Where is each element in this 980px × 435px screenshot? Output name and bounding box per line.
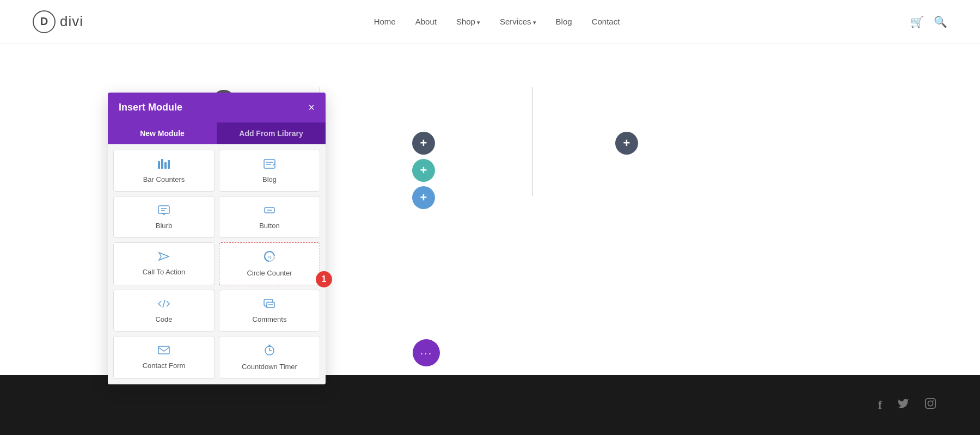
call-to-action-label: Call To Action	[143, 268, 186, 276]
call-to-action-icon	[158, 250, 170, 265]
v-line-center	[532, 87, 533, 196]
module-countdown-timer[interactable]: Countdown Timer	[219, 336, 320, 379]
bar-counters-icon	[158, 158, 170, 172]
module-code[interactable]: Code	[113, 290, 215, 332]
svg-point-28	[928, 401, 933, 406]
module-bar-counters[interactable]: Bar Counters	[113, 150, 215, 192]
nav-icons: 🛒 🔍	[910, 15, 947, 28]
button-label: Button	[259, 222, 280, 230]
main-area: 🕐 + + + + Insert Module × New Module Add…	[0, 44, 980, 435]
svg-rect-0	[158, 161, 160, 169]
svg-rect-27	[926, 399, 935, 408]
svg-rect-7	[158, 206, 169, 213]
modal-tabs: New Module Add From Library	[108, 122, 326, 144]
tab-add-from-library[interactable]: Add From Library	[217, 122, 326, 144]
svg-rect-2	[164, 162, 167, 169]
svg-marker-12	[159, 253, 169, 260]
badge-1: 1	[316, 271, 332, 287]
blog-icon	[264, 158, 275, 172]
bar-counters-label: Bar Counters	[143, 175, 185, 183]
svg-rect-4	[264, 160, 275, 168]
module-grid: Bar Counters Blog	[108, 144, 326, 384]
svg-point-29	[933, 400, 934, 401]
blurb-label: Blurb	[156, 222, 172, 230]
plus-dark-button-2[interactable]: +	[615, 132, 638, 155]
nav-about[interactable]: About	[415, 17, 437, 26]
nav-contact[interactable]: Contact	[592, 17, 620, 26]
nav-services[interactable]: Services	[500, 17, 536, 26]
contact-form-label: Contact Form	[143, 362, 186, 370]
svg-rect-1	[161, 159, 163, 169]
twitter-icon[interactable]	[897, 397, 909, 413]
module-circle-counter[interactable]: % Circle Counter	[219, 242, 320, 285]
module-call-to-action[interactable]: Call To Action	[113, 242, 215, 285]
svg-rect-3	[168, 160, 170, 169]
blurb-icon	[158, 204, 170, 218]
contact-form-icon	[158, 344, 170, 358]
instagram-icon[interactable]	[924, 397, 936, 413]
modal-title: Insert Module	[119, 102, 182, 113]
countdown-timer-icon	[264, 344, 275, 359]
dots-menu-button[interactable]: ···	[413, 339, 440, 366]
module-button[interactable]: Button	[219, 196, 320, 238]
tab-new-module[interactable]: New Module	[108, 122, 217, 144]
nav-links: Home About Shop Services Blog Contact	[374, 17, 620, 26]
code-icon	[158, 298, 170, 312]
nav-home[interactable]: Home	[374, 17, 396, 26]
plus-dark-button-1[interactable]: +	[412, 132, 435, 155]
nav-shop[interactable]: Shop	[456, 17, 480, 26]
search-icon[interactable]: 🔍	[934, 15, 947, 28]
insert-module-modal: Insert Module × New Module Add From Libr…	[108, 93, 326, 384]
cart-icon[interactable]: 🛒	[910, 15, 924, 28]
module-contact-form[interactable]: Contact Form	[113, 336, 215, 379]
logo[interactable]: D divi	[33, 10, 83, 33]
nav-blog[interactable]: Blog	[556, 17, 572, 26]
logo-circle: D	[33, 10, 56, 33]
logo-text: divi	[60, 13, 83, 30]
code-label: Code	[155, 315, 172, 323]
comments-label: Comments	[253, 315, 287, 323]
plus-blue-button[interactable]: +	[412, 186, 435, 209]
logo-letter: D	[40, 15, 48, 28]
modal-header: Insert Module ×	[108, 93, 326, 122]
svg-rect-21	[158, 346, 169, 354]
dots-icon: ···	[420, 347, 433, 359]
svg-rect-19	[267, 302, 274, 308]
countdown-timer-label: Countdown Timer	[242, 363, 297, 371]
circle-counter-label: Circle Counter	[247, 269, 292, 277]
module-blurb[interactable]: Blurb	[113, 196, 215, 238]
modal-close-button[interactable]: ×	[308, 101, 315, 114]
navbar: D divi Home About Shop Services Blog Con…	[0, 0, 980, 44]
circle-counter-icon: %	[264, 250, 275, 266]
facebook-icon[interactable]: f	[878, 398, 882, 412]
svg-text:%: %	[267, 255, 271, 260]
button-icon	[264, 204, 275, 218]
comments-icon	[264, 298, 275, 312]
module-blog[interactable]: Blog	[219, 150, 320, 192]
svg-line-17	[163, 300, 165, 308]
blog-label: Blog	[262, 175, 277, 183]
plus-teal-button[interactable]: +	[412, 159, 435, 182]
module-comments[interactable]: Comments	[219, 290, 320, 332]
